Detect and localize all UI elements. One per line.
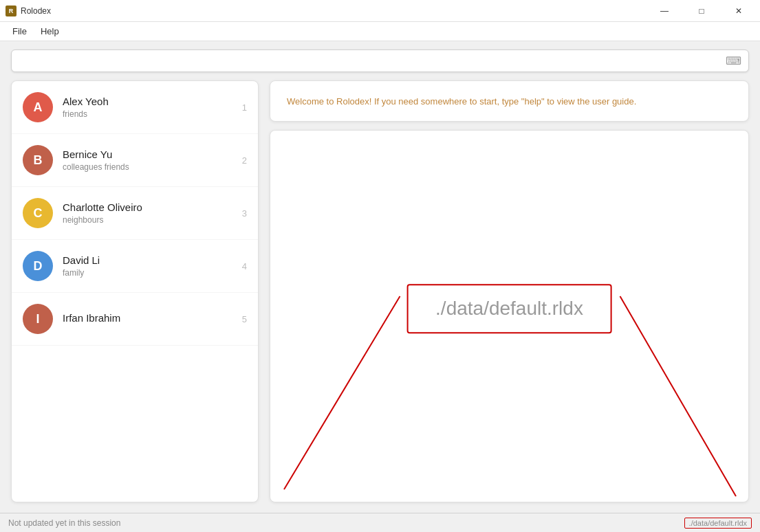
svg-line-1	[620, 296, 737, 496]
contacts-panel: AAlex Yeohfriends1BBernice Yucolleagues …	[11, 80, 259, 502]
contact-info: Alex Yeohfriends	[63, 96, 237, 119]
contact-info: Bernice Yucolleagues friends	[63, 148, 237, 172]
filepath-box: ./data/default.rldx	[406, 284, 612, 333]
contact-number: 5	[242, 314, 247, 324]
keyboard-icon[interactable]: ⌨	[726, 54, 741, 67]
avatar: D	[23, 251, 53, 281]
app-icon: R	[6, 5, 17, 16]
list-item[interactable]: IIrfan Ibrahim5	[12, 293, 258, 346]
avatar: I	[23, 304, 53, 334]
help-menu[interactable]: Help	[34, 23, 66, 39]
contact-tags: colleagues friends	[63, 162, 237, 172]
search-container: ⌨	[11, 49, 749, 72]
contact-info: David Lifamily	[63, 254, 237, 278]
contact-info: Irfan Ibrahim	[63, 312, 237, 326]
search-input[interactable]	[19, 56, 726, 67]
list-item[interactable]: CCharlotte Oliveironeighbours3	[12, 187, 258, 240]
contact-number: 1	[242, 102, 247, 113]
file-menu[interactable]: File	[6, 23, 34, 39]
status-filepath-badge: ./data/default.rldx	[684, 518, 752, 529]
list-item[interactable]: AAlex Yeohfriends1	[12, 81, 258, 134]
svg-line-0	[284, 296, 400, 489]
contact-name: Irfan Ibrahim	[63, 312, 237, 324]
welcome-text: Welcome to Rolodex! If you need somewher…	[287, 96, 636, 107]
right-panel: Welcome to Rolodex! If you need somewher…	[270, 80, 749, 502]
search-area: ⌨	[0, 41, 760, 80]
contact-number: 2	[242, 155, 247, 166]
diagram-panel: ./data/default.rldx	[270, 130, 749, 502]
list-item[interactable]: DDavid Lifamily4	[12, 240, 258, 293]
contact-number: 4	[242, 261, 247, 271]
menu-bar: File Help	[0, 22, 760, 41]
window-controls: — □ ✕	[649, 0, 754, 22]
close-button[interactable]: ✕	[723, 0, 754, 22]
avatar: B	[23, 145, 53, 175]
contact-name: David Li	[63, 254, 237, 266]
avatar: C	[23, 198, 53, 228]
main-content: AAlex Yeohfriends1BBernice Yucolleagues …	[0, 80, 760, 513]
contact-info: Charlotte Oliveironeighbours	[63, 201, 237, 225]
status-bar: Not updated yet in this session ./data/d…	[0, 513, 760, 532]
contact-name: Alex Yeoh	[63, 96, 237, 107]
restore-button[interactable]: □	[686, 0, 717, 22]
app-title: Rolodex	[21, 6, 649, 16]
contact-tags: neighbours	[63, 215, 237, 225]
list-item[interactable]: BBernice Yucolleagues friends2	[12, 134, 258, 187]
status-text: Not updated yet in this session	[8, 518, 120, 528]
contact-tags: friends	[63, 109, 237, 119]
minimize-button[interactable]: —	[649, 0, 680, 22]
contact-name: Bernice Yu	[63, 148, 237, 160]
contact-name: Charlotte Oliveiro	[63, 201, 237, 213]
welcome-panel: Welcome to Rolodex! If you need somewher…	[270, 80, 749, 122]
contact-tags: family	[63, 268, 237, 278]
avatar: A	[23, 92, 53, 122]
contact-number: 3	[242, 208, 247, 219]
title-bar: R Rolodex — □ ✕	[0, 0, 760, 22]
